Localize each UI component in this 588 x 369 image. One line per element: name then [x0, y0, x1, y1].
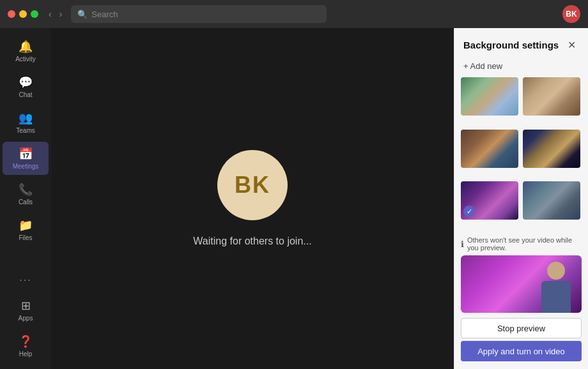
navigation-arrows: ‹ › [46, 8, 65, 20]
user-avatar: BK [217, 150, 288, 220]
add-new-label: + Add new [463, 61, 502, 71]
more-options-dots[interactable]: ··· [14, 269, 36, 291]
background-settings-panel: Background settings ✕ + Add new ℹ Others… [454, 28, 588, 369]
sidebar-label-activity: Activity [15, 56, 36, 63]
sidebar-label-help: Help [19, 350, 33, 358]
apply-label: Apply and turn on video [477, 347, 565, 356]
preview-person-figure [537, 262, 575, 313]
avatar-initials: BK [235, 172, 270, 199]
sidebar-label-apps: Apps [19, 315, 33, 322]
main-layout: 🔔 Activity 💬 Chat 👥 Teams 📅 Meetings 📞 C… [0, 28, 588, 369]
sidebar-label-files: Files [19, 234, 32, 241]
help-icon: ❓ [19, 335, 33, 349]
sidebar-item-help[interactable]: ❓ Help [3, 329, 49, 363]
search-placeholder: Search [91, 10, 118, 19]
close-panel-button[interactable]: ✕ [564, 37, 579, 52]
add-new-button[interactable]: + Add new [454, 59, 588, 77]
video-preview [461, 255, 582, 313]
background-thumbnails [454, 77, 588, 231]
search-bar[interactable]: 🔍 Search [71, 5, 327, 23]
avatar-top-initials: BK [566, 10, 576, 19]
meetings-icon: 📅 [19, 147, 33, 161]
stop-preview-label: Stop preview [497, 324, 545, 333]
apps-icon: ⊞ [21, 299, 31, 313]
activity-icon: 🔔 [19, 40, 33, 54]
sidebar-item-files[interactable]: 📁 Files [3, 213, 49, 246]
teams-icon: 👥 [19, 111, 33, 125]
bg-thumbnail-5[interactable] [461, 181, 518, 220]
calls-icon: 📞 [19, 183, 33, 197]
stop-preview-button[interactable]: Stop preview [461, 318, 582, 338]
bg-thumbnail-1[interactable] [461, 77, 518, 116]
panel-title: Background settings [463, 40, 559, 50]
sidebar-item-chat[interactable]: 💬 Chat [3, 70, 49, 103]
apply-turn-on-video-button[interactable]: Apply and turn on video [461, 341, 582, 361]
preview-person-head [547, 262, 565, 280]
sidebar-item-apps[interactable]: ⊞ Apps [3, 294, 49, 327]
notice-text: Others won't see your video while you pr… [467, 236, 582, 252]
user-avatar-top[interactable]: BK [562, 5, 580, 23]
info-icon: ℹ [461, 239, 464, 249]
preview-person-body [541, 281, 571, 313]
close-window-button[interactable] [8, 10, 15, 18]
forward-arrow[interactable]: › [57, 8, 65, 20]
minimize-window-button[interactable] [19, 10, 27, 18]
bg-thumbnail-3[interactable] [461, 130, 518, 168]
bg-thumbnail-6[interactable] [523, 181, 580, 220]
chat-icon: 💬 [19, 75, 33, 89]
bg-thumbnail-4[interactable] [523, 130, 580, 168]
sidebar-item-calls[interactable]: 📞 Calls [3, 177, 49, 211]
files-icon: 📁 [19, 218, 33, 232]
sidebar-label-meetings: Meetings [13, 163, 39, 170]
sidebar: 🔔 Activity 💬 Chat 👥 Teams 📅 Meetings 📞 C… [0, 28, 51, 369]
search-icon: 🔍 [77, 10, 88, 19]
window-controls [8, 10, 38, 18]
panel-header: Background settings ✕ [454, 28, 588, 59]
maximize-window-button[interactable] [31, 10, 38, 18]
waiting-text: Waiting for others to join... [193, 236, 311, 247]
back-arrow[interactable]: ‹ [46, 8, 54, 20]
sidebar-item-meetings[interactable]: 📅 Meetings [3, 142, 49, 175]
panel-notice: ℹ Others won't see your video while you … [454, 231, 588, 255]
video-area: BK Waiting for others to join... [51, 28, 454, 369]
sidebar-label-teams: Teams [16, 127, 35, 134]
titlebar: ‹ › 🔍 Search BK [0, 0, 588, 28]
sidebar-item-activity[interactable]: 🔔 Activity [3, 34, 49, 68]
sidebar-label-calls: Calls [19, 199, 33, 206]
bg-thumbnail-2[interactable] [523, 77, 580, 116]
sidebar-label-chat: Chat [19, 91, 32, 98]
sidebar-item-teams[interactable]: 👥 Teams [3, 106, 49, 139]
